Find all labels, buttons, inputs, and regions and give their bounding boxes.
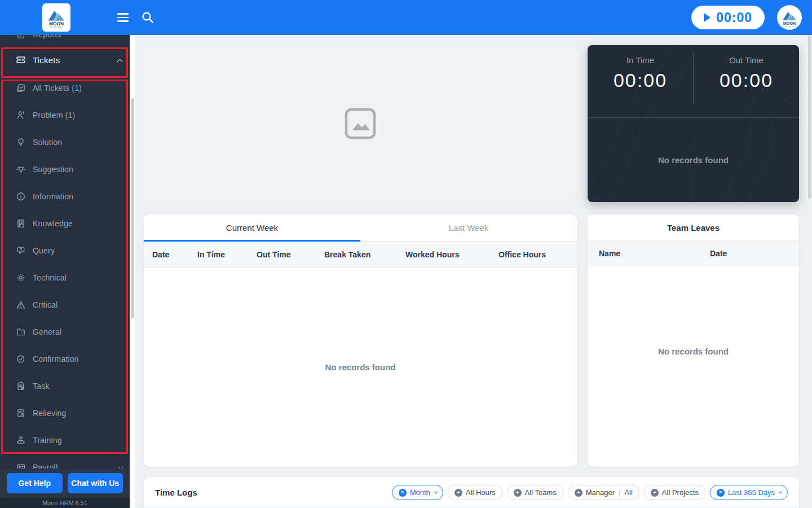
user-avatar[interactable]: MOON TECHNOLABS: [777, 5, 802, 30]
filter-month[interactable]: ✕ Month: [392, 485, 443, 500]
remove-filter-icon[interactable]: ✕: [717, 489, 725, 497]
remove-filter-icon[interactable]: ✕: [399, 489, 407, 497]
column-header-office-hours: Office Hours: [498, 250, 577, 259]
sidebar-item-label: Tickets: [33, 55, 60, 65]
app-version: Moon HRM 6.51: [0, 498, 130, 508]
out-time-block: Out Time 00:00: [694, 45, 799, 117]
sidebar-scrollbar[interactable]: [130, 35, 135, 508]
timer-button[interactable]: 00:00: [691, 6, 765, 29]
avatar-logo-icon: MOON TECHNOLABS: [778, 6, 801, 29]
search-button[interactable]: [141, 11, 155, 24]
sidebar-item-problem[interactable]: Problem (1): [0, 102, 130, 129]
active-tab-indicator: [144, 240, 360, 242]
sidebar-item-label: Training: [33, 436, 62, 445]
out-time-value: 00:00: [720, 69, 773, 91]
solution-icon: [16, 137, 26, 147]
menu-button[interactable]: [116, 11, 130, 24]
filter-value: All: [624, 488, 632, 497]
sidebar-item-label: All Tickets (1): [33, 84, 82, 93]
team-leaves-card: Team Leaves Name Date No records found: [588, 214, 799, 467]
relieving-icon: [16, 408, 26, 418]
add-filter-icon[interactable]: +: [454, 489, 462, 497]
sidebar-item-tickets[interactable]: Tickets: [0, 45, 130, 75]
filter-manager[interactable]: + Manager | All: [568, 485, 639, 500]
column-header-date: Date: [152, 250, 197, 259]
sidebar-item-label: Reports: [33, 35, 61, 39]
timer-value: 00:00: [716, 10, 752, 25]
sidebar-item-label: Problem (1): [33, 111, 75, 120]
in-time-value: 00:00: [614, 69, 667, 91]
svg-text:TECHNOLABS: TECHNOLABS: [785, 26, 795, 28]
moon-logo-icon: MOON TECHNOLABS: [44, 5, 69, 30]
help-panel: Get Help Chat with Us: [0, 468, 130, 498]
sidebar-scrollbar-thumb[interactable]: [131, 98, 134, 318]
brand-logo[interactable]: MOON TECHNOLABS: [42, 3, 70, 32]
filter-date-range[interactable]: ✕ Last 365 Days: [710, 485, 788, 500]
sidebar-item-label: Task: [33, 382, 50, 391]
time-logs-filters: ✕ Month + All Hours + All Teams + Manage…: [392, 485, 788, 500]
sidebar-item-label: Query: [33, 246, 55, 255]
sidebar-item-label: Solution: [33, 138, 62, 147]
sidebar-item-technical[interactable]: Technical: [0, 264, 130, 291]
banner-placeholder-card: [144, 45, 577, 202]
sidebar-item-confirmation[interactable]: Confirmation: [0, 345, 130, 373]
add-filter-icon[interactable]: +: [514, 489, 522, 497]
chevron-down-icon: [778, 490, 782, 494]
task-icon: [16, 381, 26, 391]
filter-all-hours[interactable]: + All Hours: [448, 485, 502, 500]
sidebar-item-critical[interactable]: Critical: [0, 291, 130, 318]
chat-with-us-button[interactable]: Chat with Us: [68, 473, 123, 493]
sidebar-item-relieving[interactable]: Relieving: [0, 400, 130, 427]
get-help-button[interactable]: Get Help: [7, 473, 63, 493]
sidebar-item-reports[interactable]: Reports: [0, 35, 130, 45]
sidebar-item-general[interactable]: General: [0, 318, 130, 345]
filter-label: Last 365 Days: [728, 488, 775, 497]
problem-icon: [16, 110, 26, 120]
filter-label: All Teams: [525, 488, 557, 497]
attendance-card: In Time 00:00 Out Time 00:00 No records …: [588, 45, 799, 202]
sidebar-item-information[interactable]: Information: [0, 183, 130, 210]
page-scrollbar[interactable]: [807, 35, 812, 508]
sidebar-item-all-tickets[interactable]: All Tickets (1): [0, 75, 130, 102]
top-bar: MOON TECHNOLABS 00:00 MOON TECHNOLABS: [0, 0, 812, 35]
team-leaves-empty-state: No records found: [658, 347, 729, 356]
sidebar-item-task[interactable]: Task: [0, 373, 130, 400]
in-time-label: In Time: [626, 55, 654, 65]
tab-current-week[interactable]: Current Week: [144, 214, 360, 241]
column-header-in-time: In Time: [197, 250, 257, 259]
page-scrollbar-thumb[interactable]: [808, 35, 811, 199]
week-attendance-card: Current Week Last Week Date In Time Out …: [144, 214, 577, 467]
filter-separator: |: [619, 488, 620, 497]
sidebar-item-suggestion[interactable]: Suggestion: [0, 156, 130, 183]
play-icon: [704, 13, 710, 22]
filter-all-teams[interactable]: + All Teams: [507, 485, 563, 500]
search-icon: [142, 11, 154, 24]
confirmation-icon: [16, 354, 26, 364]
sidebar-item-solution[interactable]: Solution: [0, 129, 130, 156]
tab-last-week[interactable]: Last Week: [360, 214, 577, 241]
sidebar-item-label: Relieving: [33, 409, 66, 418]
training-icon: [16, 435, 26, 445]
column-header-name: Name: [599, 249, 710, 258]
team-leaves-title: Team Leaves: [588, 214, 799, 240]
svg-text:MOON: MOON: [783, 21, 796, 26]
sidebar-item-label: Confirmation: [33, 354, 79, 364]
add-filter-icon[interactable]: +: [575, 489, 582, 497]
filter-label: All Hours: [466, 488, 496, 497]
svg-text:MOON: MOON: [49, 21, 64, 27]
sidebar-item-label: Critical: [33, 300, 58, 309]
svg-text:TECHNOLABS: TECHNOLABS: [50, 27, 64, 29]
filter-all-projects[interactable]: + All Projects: [644, 485, 705, 500]
sidebar-item-training[interactable]: Training: [0, 427, 130, 454]
time-logs-title: Time Logs: [155, 488, 197, 497]
reports-icon: [16, 35, 26, 40]
sidebar-item-label: General: [33, 327, 61, 336]
sidebar-item-knowledge[interactable]: Knowledge: [0, 210, 130, 237]
query-icon: [16, 246, 26, 256]
add-filter-icon[interactable]: +: [651, 489, 659, 497]
week-tabs: Current Week Last Week: [144, 214, 577, 242]
sidebar-item-query[interactable]: Query: [0, 237, 130, 264]
sidebar-item-label: Knowledge: [33, 219, 73, 228]
technical-icon: [16, 273, 26, 283]
attendance-empty-state: No records found: [658, 155, 729, 165]
